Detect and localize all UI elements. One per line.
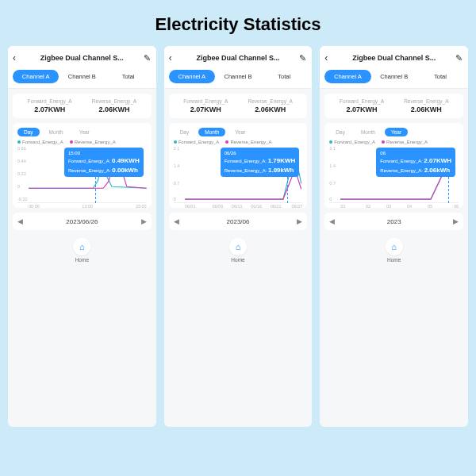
home-label: Home bbox=[75, 257, 89, 263]
xtick: 13:00 bbox=[82, 204, 93, 209]
stat-value: 2.07KWH bbox=[174, 106, 238, 113]
legend-reverse: Reverse_Energy_A bbox=[225, 140, 271, 144]
channel-tabs: Channel A Channel B Total bbox=[8, 70, 156, 89]
tab-channel-b[interactable]: Channel B bbox=[59, 70, 105, 83]
date-label[interactable]: 2023/06 bbox=[182, 218, 295, 225]
date-label[interactable]: 2023/06/26 bbox=[25, 218, 139, 225]
home-label: Home bbox=[387, 257, 401, 263]
home-icon: ⌂ bbox=[386, 238, 403, 255]
ytick: 0 bbox=[17, 184, 20, 189]
tab-channel-a[interactable]: Channel A bbox=[324, 70, 370, 83]
date-label[interactable]: 2023 bbox=[337, 218, 451, 225]
stat-value: 2.06KWH bbox=[82, 106, 146, 113]
home-icon: ⌂ bbox=[229, 238, 247, 255]
period-day[interactable]: Day bbox=[17, 128, 40, 136]
stats-card: Forward_Energy_A 2.07KWH Reverse_Energy_… bbox=[324, 94, 463, 118]
legend: Forward_Energy_A Reverse_Energy_A bbox=[174, 140, 303, 144]
legend-label: Forward_Energy_A bbox=[334, 140, 375, 144]
ytick: -0.22 bbox=[17, 197, 28, 202]
home-row: ⌂ Home bbox=[320, 235, 468, 266]
next-icon[interactable]: ▶ bbox=[451, 217, 459, 225]
tab-total[interactable]: Total bbox=[105, 70, 151, 83]
edit-icon[interactable]: ✎ bbox=[299, 53, 307, 63]
stat-forward: Forward_Energy_A 2.07KWH bbox=[17, 98, 82, 113]
period-tabs: Day Month Year bbox=[329, 128, 459, 136]
legend-forward: Forward_Energy_A bbox=[329, 140, 375, 144]
dot-icon bbox=[17, 140, 21, 144]
phone-row: ‹ Zigbee Dual Channel S... ✎ Channel A C… bbox=[0, 46, 476, 427]
stat-label: Reverse_Energy_A bbox=[238, 98, 302, 104]
tooltip-fwd-value: 0.49KWH bbox=[112, 157, 140, 164]
period-day[interactable]: Day bbox=[174, 128, 196, 136]
home-label: Home bbox=[231, 257, 244, 263]
xtick: 00:00 bbox=[29, 204, 40, 209]
stats-card: Forward_Energy_A 2.07KWH Reverse_Energy_… bbox=[169, 94, 308, 118]
tab-channel-b[interactable]: Channel B bbox=[215, 70, 261, 83]
home-button[interactable]: ⌂ Home bbox=[73, 238, 90, 263]
chart-area[interactable]: 0.66 0.44 0.22 0 -0.22 00:00 13:00 23:00… bbox=[17, 146, 147, 203]
next-icon[interactable]: ▶ bbox=[294, 217, 302, 225]
tab-total[interactable]: Total bbox=[417, 70, 463, 83]
legend: Forward_Energy_A Reverse_Energy_A bbox=[17, 140, 147, 144]
date-nav: ◀ 2023/06 ▶ bbox=[169, 213, 308, 230]
xtick: 06/16 bbox=[251, 204, 262, 209]
tab-channel-b[interactable]: Channel B bbox=[371, 70, 417, 83]
period-year[interactable]: Year bbox=[73, 128, 96, 136]
tab-channel-a[interactable]: Channel A bbox=[13, 70, 59, 83]
period-year[interactable]: Year bbox=[385, 128, 408, 136]
prev-icon[interactable]: ◀ bbox=[17, 217, 25, 225]
header: ‹ Zigbee Dual Channel S... ✎ bbox=[164, 46, 313, 70]
ytick: 0 bbox=[329, 197, 332, 202]
home-button[interactable]: ⌂ Home bbox=[229, 238, 247, 263]
header-title: Zigbee Dual Channel S... bbox=[177, 54, 300, 62]
chart-tooltip: 06/26 Forward_Energy_A: 1.79KWH Reverse_… bbox=[221, 148, 300, 177]
tab-channel-a[interactable]: Channel A bbox=[169, 70, 215, 83]
chart-card: Day Month Year Forward_Energy_A Reverse_… bbox=[169, 123, 308, 208]
prev-icon[interactable]: ◀ bbox=[174, 217, 182, 225]
home-row: ⌂ Home bbox=[8, 235, 156, 266]
period-month[interactable]: Month bbox=[198, 128, 225, 136]
edit-icon[interactable]: ✎ bbox=[455, 53, 463, 63]
xtick: 06 bbox=[454, 204, 459, 209]
next-icon[interactable]: ▶ bbox=[139, 217, 147, 225]
stat-value: 2.06KWH bbox=[394, 106, 459, 113]
tooltip-rev-value: 2.06kWh bbox=[424, 167, 450, 174]
period-day[interactable]: Day bbox=[329, 128, 351, 136]
legend-label: Reverse_Energy_A bbox=[75, 140, 116, 144]
date-nav: ◀ 2023/06/26 ▶ bbox=[13, 213, 152, 230]
back-icon[interactable]: ‹ bbox=[169, 52, 177, 63]
dot-icon bbox=[225, 140, 228, 144]
dot-icon bbox=[174, 140, 177, 144]
stats-card: Forward_Energy_A 2.07KWH Reverse_Energy_… bbox=[13, 94, 152, 118]
xtick: 23:00 bbox=[136, 204, 147, 209]
back-icon[interactable]: ‹ bbox=[13, 52, 21, 63]
stat-forward: Forward_Energy_A 2.07KWH bbox=[174, 98, 238, 113]
legend-label: Forward_Energy_A bbox=[178, 140, 220, 144]
home-button[interactable]: ⌂ Home bbox=[386, 238, 403, 263]
chart-area[interactable]: 2.1 1.4 0.7 0 01 02 03 04 05 06 06 Forwa… bbox=[329, 146, 459, 203]
ytick: 1.4 bbox=[329, 163, 336, 168]
prev-icon[interactable]: ◀ bbox=[329, 217, 337, 225]
chart-tooltip: 15:00 Forward_Energy_A: 0.49KWH Reverse_… bbox=[64, 148, 144, 177]
dot-icon bbox=[382, 140, 385, 144]
chart-area[interactable]: 2.1 1.4 0.7 0 06/01 06/06 06/11 06/16 06… bbox=[174, 146, 303, 203]
back-icon[interactable]: ‹ bbox=[324, 52, 332, 63]
stat-reverse: Reverse_Energy_A 2.06KWH bbox=[238, 98, 302, 113]
tooltip-fwd-label: Forward_Energy_A: bbox=[225, 159, 267, 163]
legend-label: Forward_Energy_A bbox=[22, 140, 63, 144]
stat-reverse: Reverse_Energy_A 2.06KWH bbox=[394, 98, 459, 113]
edit-icon[interactable]: ✎ bbox=[144, 53, 152, 63]
ytick: 2.1 bbox=[329, 146, 336, 151]
ytick: 0.7 bbox=[329, 181, 336, 186]
stat-label: Forward_Energy_A bbox=[329, 98, 393, 104]
period-year[interactable]: Year bbox=[228, 128, 251, 136]
stat-value: 2.06KWH bbox=[238, 106, 302, 113]
period-month[interactable]: Month bbox=[355, 128, 382, 136]
legend-forward: Forward_Energy_A bbox=[17, 140, 63, 144]
tab-total[interactable]: Total bbox=[261, 70, 307, 83]
chart-card: Day Month Year Forward_Energy_A Reverse_… bbox=[324, 123, 463, 208]
home-row: ⌂ Home bbox=[164, 235, 313, 266]
stat-label: Forward_Energy_A bbox=[17, 98, 82, 104]
period-month[interactable]: Month bbox=[43, 128, 70, 136]
stat-label: Reverse_Energy_A bbox=[82, 98, 146, 104]
